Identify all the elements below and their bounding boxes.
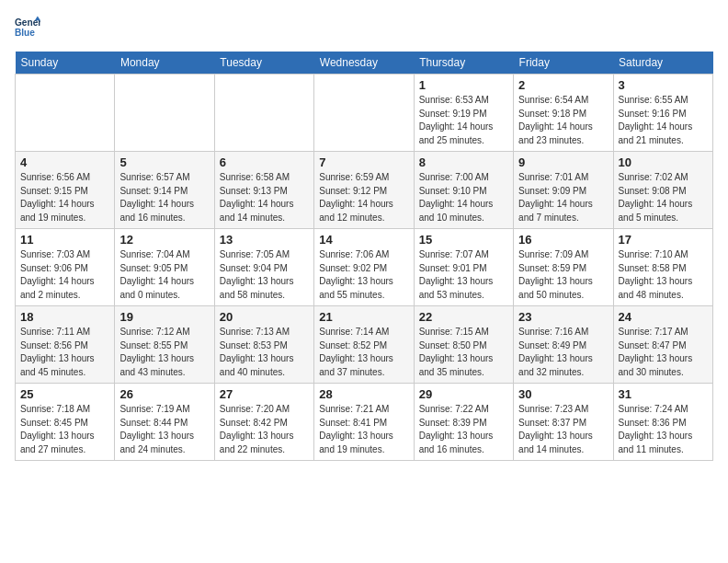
day-number: 28 (319, 387, 408, 401)
day-info: Sunrise: 7:24 AM Sunset: 8:36 PM Dayligh… (619, 403, 708, 456)
column-header-saturday: Saturday (613, 52, 712, 75)
day-info: Sunrise: 7:04 AM Sunset: 9:05 PM Dayligh… (119, 248, 209, 302)
column-header-monday: Monday (115, 52, 214, 75)
day-info: Sunrise: 7:06 AM Sunset: 9:02 PM Dayligh… (319, 248, 408, 302)
calendar-cell: 21Sunrise: 7:14 AM Sunset: 8:52 PM Dayli… (314, 306, 414, 384)
day-number: 19 (119, 310, 209, 324)
calendar-cell: 26Sunrise: 7:19 AM Sunset: 8:44 PM Dayli… (115, 384, 214, 461)
calendar-cell: 31Sunrise: 7:24 AM Sunset: 8:36 PM Dayli… (613, 384, 712, 461)
day-info: Sunrise: 7:20 AM Sunset: 8:42 PM Dayligh… (220, 403, 309, 456)
day-info: Sunrise: 6:53 AM Sunset: 9:19 PM Dayligh… (419, 94, 508, 147)
day-info: Sunrise: 7:21 AM Sunset: 8:41 PM Dayligh… (319, 403, 408, 456)
day-number: 4 (20, 155, 109, 169)
day-number: 20 (220, 310, 309, 324)
calendar-week-row: 18Sunrise: 7:11 AM Sunset: 8:56 PM Dayli… (16, 306, 713, 384)
logo-icon: General Blue (15, 15, 40, 40)
calendar-cell: 13Sunrise: 7:05 AM Sunset: 9:04 PM Dayli… (214, 229, 313, 306)
calendar-cell (115, 75, 214, 152)
calendar-cell: 29Sunrise: 7:22 AM Sunset: 8:39 PM Dayli… (414, 384, 513, 461)
day-number: 3 (619, 78, 708, 92)
day-number: 16 (518, 233, 608, 247)
calendar-cell: 22Sunrise: 7:15 AM Sunset: 8:50 PM Dayli… (414, 306, 513, 384)
logo: General Blue (15, 15, 44, 40)
calendar-cell: 7Sunrise: 6:59 AM Sunset: 9:12 PM Daylig… (314, 152, 414, 229)
calendar-cell: 15Sunrise: 7:07 AM Sunset: 9:01 PM Dayli… (414, 229, 513, 306)
day-info: Sunrise: 7:14 AM Sunset: 8:52 PM Dayligh… (319, 326, 408, 379)
day-number: 29 (419, 387, 508, 401)
calendar-week-row: 4Sunrise: 6:56 AM Sunset: 9:15 PM Daylig… (16, 152, 713, 229)
day-number: 10 (619, 155, 708, 169)
day-info: Sunrise: 7:22 AM Sunset: 8:39 PM Dayligh… (419, 403, 508, 456)
column-header-wednesday: Wednesday (314, 52, 414, 75)
day-info: Sunrise: 7:11 AM Sunset: 8:56 PM Dayligh… (20, 326, 109, 379)
calendar-cell: 28Sunrise: 7:21 AM Sunset: 8:41 PM Dayli… (314, 384, 414, 461)
calendar-cell: 2Sunrise: 6:54 AM Sunset: 9:18 PM Daylig… (514, 75, 613, 152)
day-info: Sunrise: 7:19 AM Sunset: 8:44 PM Dayligh… (119, 403, 209, 456)
day-number: 15 (419, 233, 508, 247)
day-info: Sunrise: 7:17 AM Sunset: 8:47 PM Dayligh… (619, 326, 708, 379)
column-header-sunday: Sunday (16, 52, 115, 75)
day-number: 8 (419, 155, 508, 169)
day-info: Sunrise: 7:01 AM Sunset: 9:09 PM Dayligh… (518, 171, 608, 224)
day-number: 26 (119, 387, 209, 401)
day-info: Sunrise: 7:03 AM Sunset: 9:06 PM Dayligh… (20, 248, 109, 302)
day-number: 2 (518, 78, 608, 92)
day-info: Sunrise: 6:55 AM Sunset: 9:16 PM Dayligh… (619, 94, 708, 147)
calendar-week-row: 11Sunrise: 7:03 AM Sunset: 9:06 PM Dayli… (16, 229, 713, 306)
calendar-cell: 4Sunrise: 6:56 AM Sunset: 9:15 PM Daylig… (16, 152, 115, 229)
calendar-cell: 14Sunrise: 7:06 AM Sunset: 9:02 PM Dayli… (314, 229, 414, 306)
day-info: Sunrise: 6:58 AM Sunset: 9:13 PM Dayligh… (220, 171, 309, 224)
calendar-cell: 12Sunrise: 7:04 AM Sunset: 9:05 PM Dayli… (115, 229, 214, 306)
calendar-cell: 23Sunrise: 7:16 AM Sunset: 8:49 PM Dayli… (514, 306, 613, 384)
day-info: Sunrise: 7:15 AM Sunset: 8:50 PM Dayligh… (419, 326, 508, 379)
day-info: Sunrise: 7:05 AM Sunset: 9:04 PM Dayligh… (220, 248, 309, 302)
calendar-cell: 3Sunrise: 6:55 AM Sunset: 9:16 PM Daylig… (613, 75, 712, 152)
calendar-week-row: 1Sunrise: 6:53 AM Sunset: 9:19 PM Daylig… (16, 75, 713, 152)
day-number: 7 (319, 155, 408, 169)
day-info: Sunrise: 7:07 AM Sunset: 9:01 PM Dayligh… (419, 248, 508, 302)
day-info: Sunrise: 7:10 AM Sunset: 8:58 PM Dayligh… (619, 248, 708, 302)
day-info: Sunrise: 7:23 AM Sunset: 8:37 PM Dayligh… (518, 403, 608, 456)
day-number: 17 (619, 233, 708, 247)
day-info: Sunrise: 6:56 AM Sunset: 9:15 PM Dayligh… (20, 171, 109, 224)
day-number: 25 (20, 387, 109, 401)
calendar-cell: 19Sunrise: 7:12 AM Sunset: 8:55 PM Dayli… (115, 306, 214, 384)
day-number: 30 (518, 387, 608, 401)
calendar-header-row: SundayMondayTuesdayWednesdayThursdayFrid… (16, 52, 713, 75)
calendar-week-row: 25Sunrise: 7:18 AM Sunset: 8:45 PM Dayli… (16, 384, 713, 461)
day-number: 14 (319, 233, 408, 247)
day-number: 22 (419, 310, 508, 324)
day-number: 11 (20, 233, 109, 247)
calendar-cell: 16Sunrise: 7:09 AM Sunset: 8:59 PM Dayli… (514, 229, 613, 306)
day-info: Sunrise: 6:54 AM Sunset: 9:18 PM Dayligh… (518, 94, 608, 147)
calendar-cell: 11Sunrise: 7:03 AM Sunset: 9:06 PM Dayli… (16, 229, 115, 306)
day-number: 18 (20, 310, 109, 324)
calendar-cell: 8Sunrise: 7:00 AM Sunset: 9:10 PM Daylig… (414, 152, 513, 229)
day-info: Sunrise: 7:12 AM Sunset: 8:55 PM Dayligh… (119, 326, 209, 379)
column-header-thursday: Thursday (414, 52, 513, 75)
day-info: Sunrise: 7:00 AM Sunset: 9:10 PM Dayligh… (419, 171, 508, 224)
calendar-cell: 18Sunrise: 7:11 AM Sunset: 8:56 PM Dayli… (16, 306, 115, 384)
column-header-friday: Friday (514, 52, 613, 75)
calendar-cell: 30Sunrise: 7:23 AM Sunset: 8:37 PM Dayli… (514, 384, 613, 461)
page-header: General Blue (15, 15, 713, 40)
svg-text:Blue: Blue (15, 28, 35, 38)
calendar-cell: 17Sunrise: 7:10 AM Sunset: 8:58 PM Dayli… (613, 229, 712, 306)
day-info: Sunrise: 7:02 AM Sunset: 9:08 PM Dayligh… (619, 171, 708, 224)
column-header-tuesday: Tuesday (214, 52, 313, 75)
calendar-cell (16, 75, 115, 152)
day-number: 9 (518, 155, 608, 169)
day-number: 31 (619, 387, 708, 401)
day-number: 12 (119, 233, 209, 247)
day-number: 21 (319, 310, 408, 324)
calendar-table: SundayMondayTuesdayWednesdayThursdayFrid… (15, 52, 713, 461)
calendar-cell (314, 75, 414, 152)
calendar-cell: 20Sunrise: 7:13 AM Sunset: 8:53 PM Dayli… (214, 306, 313, 384)
calendar-cell: 10Sunrise: 7:02 AM Sunset: 9:08 PM Dayli… (613, 152, 712, 229)
day-number: 24 (619, 310, 708, 324)
day-info: Sunrise: 7:18 AM Sunset: 8:45 PM Dayligh… (20, 403, 109, 456)
calendar-cell (214, 75, 313, 152)
day-info: Sunrise: 6:59 AM Sunset: 9:12 PM Dayligh… (319, 171, 408, 224)
calendar-cell: 24Sunrise: 7:17 AM Sunset: 8:47 PM Dayli… (613, 306, 712, 384)
calendar-cell: 25Sunrise: 7:18 AM Sunset: 8:45 PM Dayli… (16, 384, 115, 461)
